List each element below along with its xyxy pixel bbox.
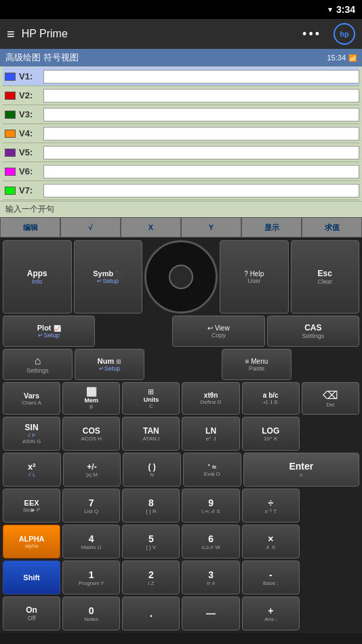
key-8-button[interactable]: 8 { } R bbox=[122, 489, 180, 523]
on-off-button[interactable]: On Off bbox=[3, 596, 60, 630]
hp-logo: hp bbox=[334, 23, 355, 45]
func-btn-y[interactable]: Y bbox=[181, 217, 241, 238]
abfrac-button[interactable]: a b/c •1 1 E bbox=[242, 382, 300, 415]
var-row-v4: V4: bbox=[3, 124, 359, 143]
func-btn-sqrt[interactable]: √ bbox=[60, 217, 121, 238]
time-display: 3:34 bbox=[336, 4, 355, 15]
menu-paste-button[interactable]: ≡ Menu Paste bbox=[222, 349, 291, 380]
tan-button[interactable]: TAN ATAN I bbox=[122, 417, 180, 451]
plus-button[interactable]: + Ans ; bbox=[242, 596, 300, 630]
negate-button[interactable]: — bbox=[182, 596, 239, 630]
esc-clear-button[interactable]: Esc Clear bbox=[291, 240, 360, 314]
var-row-v1: V1: bbox=[3, 67, 359, 86]
log-button[interactable]: LOG 10ˣ K bbox=[242, 417, 300, 451]
function-bar: 编辑 √ X Y 显示 求值 bbox=[0, 217, 362, 238]
apps-info-button[interactable]: Apps Info bbox=[3, 240, 72, 314]
cas-settings-button[interactable]: CAS Settings bbox=[267, 316, 359, 347]
key-3-button[interactable]: 3 π # bbox=[182, 561, 239, 594]
var-row-v6: V6: bbox=[3, 162, 359, 181]
app-title: HP Prime bbox=[22, 28, 296, 40]
quote-button[interactable]: ' ≈ Eval O bbox=[183, 453, 241, 487]
key-7-button[interactable]: 7 List Q bbox=[62, 489, 120, 523]
xsquared-button[interactable]: x² √ L bbox=[3, 453, 61, 487]
help-user-button[interactable]: ? Help User bbox=[220, 240, 289, 314]
dpad[interactable] bbox=[144, 240, 218, 314]
key-9-button[interactable]: 9 !,∞,-# S bbox=[182, 489, 239, 523]
parens-button[interactable]: ( ) N bbox=[123, 453, 181, 487]
vars-button[interactable]: Vars Chars A bbox=[3, 382, 60, 415]
calculator-body: Apps Info Symb ⬛ ↵Setup ? Help User Esc … bbox=[0, 238, 362, 633]
view-copy-button[interactable]: ↩ View Copy bbox=[172, 316, 264, 347]
settings-button[interactable]: ⌂ Settings bbox=[3, 349, 73, 380]
plot-setup-button[interactable]: Plot 📈 ↵Setup bbox=[3, 316, 95, 347]
sin-button[interactable]: SIN √ F ASIN G bbox=[3, 417, 60, 451]
var-row-v5: V5: bbox=[3, 143, 359, 162]
screen-header: 高级绘图 符号视图 15:34 📶 bbox=[0, 49, 362, 67]
alpha-button[interactable]: ALPHA alpha bbox=[3, 525, 60, 558]
var-row-v3: V3: bbox=[3, 105, 359, 124]
ln-button[interactable]: LN eˣ J bbox=[182, 417, 239, 451]
mem-button[interactable]: ⬜ Mem B bbox=[62, 382, 120, 415]
divide-button[interactable]: ÷ x⁻¹ T bbox=[242, 489, 300, 523]
var-row-v2: V2: bbox=[3, 86, 359, 105]
key-6-button[interactable]: 6 ≤,≥,≠ W bbox=[182, 525, 239, 558]
func-btn-eval[interactable]: 求值 bbox=[302, 217, 362, 238]
key-4-button[interactable]: 4 Matrix U bbox=[62, 525, 120, 558]
calculator-screen: 高级绘图 符号视图 15:34 📶 V1: V2: V3: V4: bbox=[0, 49, 362, 238]
num-setup-button[interactable]: Num ⊞ ↵Setup bbox=[75, 349, 144, 380]
decimal-button[interactable]: . bbox=[122, 596, 180, 630]
func-btn-display[interactable]: 显示 bbox=[241, 217, 302, 238]
menu-icon[interactable]: ≡ bbox=[7, 26, 15, 42]
wifi-icon: ▾ bbox=[328, 5, 332, 14]
status-bar: ▾ 3:34 bbox=[0, 0, 362, 19]
cos-button[interactable]: COS ACOS H bbox=[62, 417, 120, 451]
var-row-v7: V7: bbox=[3, 181, 359, 200]
plusminus-button[interactable]: +/- |x| M bbox=[63, 453, 121, 487]
dots-menu[interactable]: ••• bbox=[302, 27, 321, 41]
key-2-button[interactable]: 2 i Z bbox=[122, 561, 180, 594]
minus-button[interactable]: - Base ; bbox=[242, 561, 300, 594]
func-btn-edit[interactable]: 编辑 bbox=[0, 217, 60, 238]
key-1-button[interactable]: 1 Program Y bbox=[62, 561, 120, 594]
eex-button[interactable]: EEX Sto▶ P bbox=[3, 489, 60, 523]
units-button[interactable]: ⊞ Units C bbox=[122, 382, 180, 415]
func-btn-x[interactable]: X bbox=[121, 217, 181, 238]
enter-button[interactable]: Enter ≈ bbox=[243, 453, 359, 487]
xtthetan-button[interactable]: xtθn Define D bbox=[182, 382, 239, 415]
app-header: ≡ HP Prime ••• hp bbox=[0, 19, 362, 49]
shift-button[interactable]: Shift bbox=[3, 561, 60, 594]
input-prompt: 输入一个开句 bbox=[0, 201, 362, 217]
key-0-button[interactable]: 0 Notes bbox=[62, 596, 120, 630]
key-5-button[interactable]: 5 [ ] V bbox=[122, 525, 180, 558]
del-button[interactable]: ⌫ Del bbox=[302, 382, 359, 415]
var-list: V1: V2: V3: V4: V5: V6: bbox=[0, 67, 362, 201]
screen-title: 高级绘图 符号视图 bbox=[5, 52, 79, 64]
symb-setup-button[interactable]: Symb ⬛ ↵Setup bbox=[74, 240, 143, 314]
screen-time: 15:34 📶 bbox=[327, 54, 357, 62]
multiply-button[interactable]: × ∧ X bbox=[242, 525, 300, 558]
